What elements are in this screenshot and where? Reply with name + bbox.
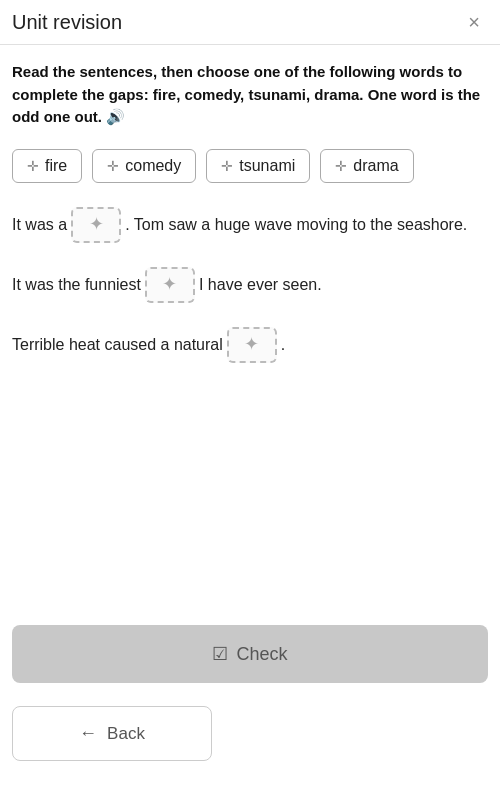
sentence-3: Terrible heat caused a natural ✦ . [12,327,488,363]
sentence-1-before: It was a [12,212,67,238]
word-chip-tsunami[interactable]: ✛ tsunami [206,149,310,183]
sentence-3-after: . [281,332,285,358]
close-icon[interactable]: × [460,8,488,36]
drag-icon-tsunami: ✛ [221,158,233,174]
drop-zone-2-icon: ✦ [162,270,177,299]
word-label-comedy: comedy [125,157,181,175]
drag-icon-comedy: ✛ [107,158,119,174]
sentences-container: It was a ✦ . Tom saw a huge wave moving … [12,207,488,363]
sentence-3-before: Terrible heat caused a natural [12,332,223,358]
drop-zone-3-icon: ✦ [244,330,259,359]
sentence-2-before: It was the funniest [12,272,141,298]
check-button[interactable]: ☑ Check [12,625,488,683]
word-label-tsunami: tsunami [239,157,295,175]
instruction-text: Read the sentences, then choose one of t… [12,61,488,129]
sentence-2: It was the funniest ✦ I have ever seen. [12,267,488,303]
drop-zone-1-icon: ✦ [89,210,104,239]
page-title: Unit revision [12,11,122,34]
drag-icon-drama: ✛ [335,158,347,174]
sentence-1-after: . Tom saw a huge wave moving to the seas… [125,212,467,238]
word-bank: ✛ fire ✛ comedy ✛ tsunami ✛ drama [12,149,488,183]
drag-icon-fire: ✛ [27,158,39,174]
drop-zone-1[interactable]: ✦ [71,207,121,243]
back-label: Back [107,724,145,744]
drop-zone-2[interactable]: ✦ [145,267,195,303]
sentence-2-after: I have ever seen. [199,272,322,298]
check-label: Check [236,644,287,665]
drop-zone-3[interactable]: ✦ [227,327,277,363]
word-label-drama: drama [353,157,398,175]
word-chip-fire[interactable]: ✛ fire [12,149,82,183]
check-icon: ☑ [212,643,228,665]
top-bar: Unit revision × [0,0,500,45]
word-chip-drama[interactable]: ✛ drama [320,149,413,183]
back-button[interactable]: ← Back [12,706,212,761]
word-label-fire: fire [45,157,67,175]
word-chip-comedy[interactable]: ✛ comedy [92,149,196,183]
content-area: Read the sentences, then choose one of t… [0,45,500,419]
back-arrow-icon: ← [79,723,97,744]
sentence-1: It was a ✦ . Tom saw a huge wave moving … [12,207,488,243]
